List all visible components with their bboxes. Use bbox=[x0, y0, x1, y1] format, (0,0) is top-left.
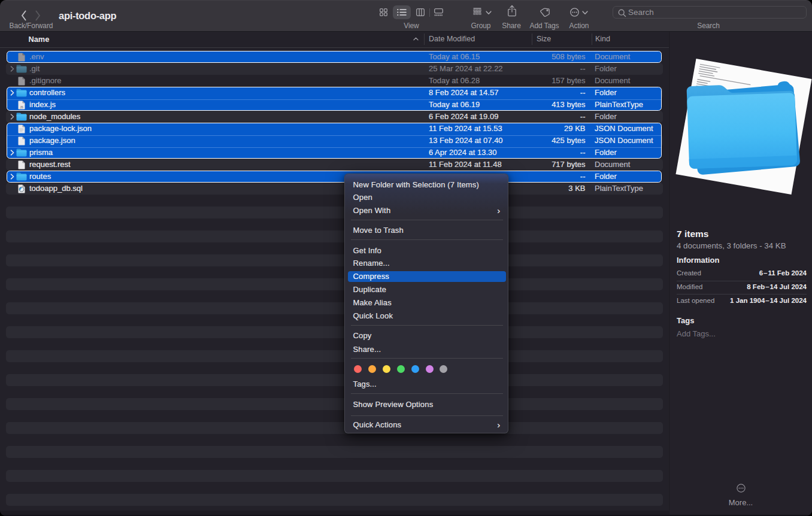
svg-text:JS: JS bbox=[20, 105, 23, 108]
